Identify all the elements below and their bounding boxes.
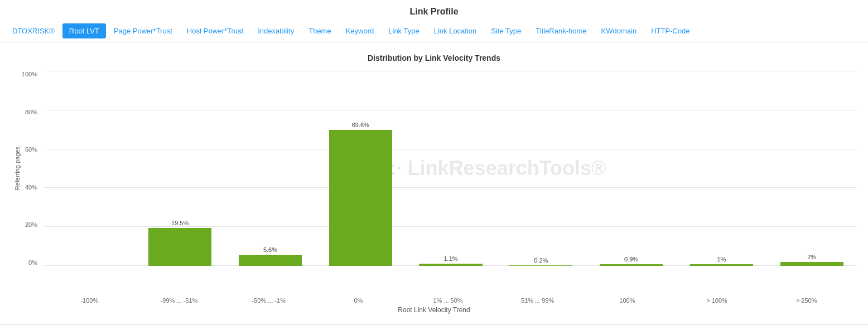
nav-item-http-code[interactable]: HTTP-Code — [644, 23, 696, 38]
nav-item-site-type[interactable]: Site Type — [484, 23, 528, 38]
nav-item-titlerank-home[interactable]: TitleRank-home — [529, 23, 593, 38]
chart-title: Distribution by Link Velocity Trends — [11, 54, 857, 62]
x-axis-title: Root Link Velocity Trend — [11, 304, 857, 318]
bar-group-8: 2% — [766, 71, 857, 266]
nav-item-link-type[interactable]: Link Type — [382, 23, 426, 38]
bar-group-7: 1% — [676, 71, 766, 266]
nav-item-page-power-trust[interactable]: Page Power*Trust — [107, 23, 179, 38]
nav-bar: DTOXRISK®Root LVTPage Power*TrustHost Po… — [0, 20, 868, 42]
page-title: Link Profile — [0, 0, 868, 20]
nav-item-theme[interactable]: Theme — [302, 23, 337, 38]
chart-section: Distribution by Link Velocity Trends 100… — [0, 42, 868, 324]
bar-7 — [690, 264, 753, 266]
bar-label-6: 0.9% — [624, 256, 638, 263]
page-wrapper: Link Profile DTOXRISK®Root LVTPage Power… — [0, 0, 868, 325]
x-label-8: > 250% — [761, 294, 851, 304]
x-label-3: 0% — [314, 294, 403, 304]
nav-item-keyword[interactable]: Keyword — [339, 23, 381, 38]
bars: 19.5%5.6%69.6%1.1%0.2%0.9%1%2% — [45, 71, 857, 266]
bar-5 — [509, 265, 572, 266]
bar-label-1: 19.5% — [171, 220, 189, 226]
x-label-2: -50% ... -1% — [224, 294, 314, 304]
x-label-5: 51% ... 99% — [493, 294, 582, 304]
bar-label-3: 69.6% — [352, 122, 369, 128]
bars-wrapper: ·:· LinkResearchTools® 19.5%5.6%69.6%1.1… — [45, 71, 857, 266]
x-label-0: -100% — [45, 294, 134, 304]
nav-item-root-lvt[interactable]: Root LVT — [62, 23, 106, 38]
x-label-1: -99% ... -51% — [134, 294, 224, 304]
nav-item-link-location[interactable]: Link Location — [427, 23, 484, 38]
x-label-4: 1% ... 50% — [403, 294, 493, 304]
bar-4 — [419, 264, 482, 266]
chart-inner: 100%80%60%40%20%0% Referring pages ·:· L… — [11, 71, 857, 318]
bar-group-6: 0.9% — [586, 71, 677, 266]
bar-label-8: 2% — [807, 254, 816, 260]
bar-group-5: 0.2% — [496, 71, 586, 266]
y-axis-title: Referring pages — [14, 147, 21, 190]
x-label-6: 100% — [582, 294, 672, 304]
nav-item-host-power-trust[interactable]: Host Power*Trust — [180, 23, 250, 38]
bar-label-4: 1.1% — [443, 255, 457, 262]
bar-3 — [329, 130, 392, 266]
bar-group-3: 69.6% — [315, 71, 406, 266]
bar-label-2: 5.6% — [263, 246, 277, 253]
chart-area: 100%80%60%40%20%0% Referring pages ·:· L… — [11, 71, 857, 294]
x-label-7: > 100% — [672, 294, 762, 304]
nav-item-kwdomain[interactable]: KWdomain — [595, 23, 644, 38]
nav-item-dtoxrisk[interactable]: DTOXRISK® — [6, 23, 61, 38]
bar-label-5: 0.2% — [534, 257, 548, 264]
bar-group-2: 5.6% — [225, 71, 316, 266]
bar-1 — [148, 228, 211, 266]
bar-group-0 — [45, 71, 135, 266]
bar-6 — [600, 264, 663, 266]
bar-8 — [780, 262, 843, 266]
bar-2 — [239, 255, 302, 266]
bar-group-4: 1.1% — [406, 71, 496, 266]
x-labels: -100%-99% ... -51%-50% ... -1%0%1% ... 5… — [11, 294, 857, 304]
bar-group-1: 19.5% — [135, 71, 225, 266]
nav-item-indexability[interactable]: Indexability — [251, 23, 301, 38]
bar-label-7: 1% — [717, 256, 726, 263]
